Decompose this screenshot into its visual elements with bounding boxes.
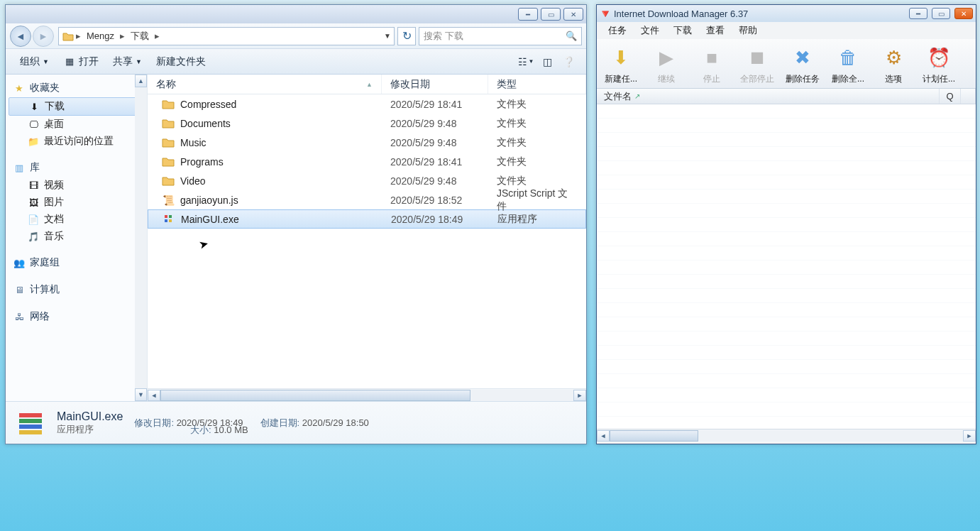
svg-rect-3 [169, 219, 172, 222]
file-date: 2020/5/29 18:41 [382, 156, 488, 168]
js-icon: 📜 [162, 194, 175, 207]
tool-icon: ▶ [652, 43, 681, 72]
file-name: Programs [180, 156, 224, 168]
menu-下载[interactable]: 下载 [666, 23, 699, 38]
toolbar-删除全...[interactable]: 🗑删除全... [825, 43, 871, 85]
file-name: MainGUI.exe [181, 214, 239, 225]
refresh-button[interactable]: ↻ [397, 27, 416, 45]
idm-close-button[interactable]: ✕ [954, 8, 973, 19]
tool-label: 计划任... [923, 73, 955, 85]
sidebar-item-label: 最近访问的位置 [44, 135, 114, 148]
network-icon: 🖧 [13, 311, 26, 322]
idm-minimize-button[interactable]: ━ [909, 8, 927, 19]
sidebar-libraries[interactable]: ▥库 [6, 158, 147, 177]
forward-button[interactable]: ► [33, 26, 54, 47]
sidebar-item-label: 音乐 [44, 230, 64, 243]
new-folder-button[interactable]: 新建文件夹 [149, 53, 213, 71]
sidebar-item-文档[interactable]: 📄文档 [6, 211, 147, 228]
idm-menubar: 任务文件下载查看帮助 [597, 22, 976, 39]
open-button[interactable]: ▦打开 [56, 53, 106, 71]
breadcrumb-seg[interactable]: Mengz [82, 31, 119, 41]
file-name: Music [180, 137, 207, 148]
toolbar-选项[interactable]: ⚙选项 [871, 43, 916, 85]
breadcrumb-seg[interactable]: 下载 [126, 30, 153, 43]
share-menu[interactable]: 共享▼ [106, 53, 149, 71]
menu-帮助[interactable]: 帮助 [732, 23, 764, 38]
tool-icon: ⏰ [925, 43, 953, 72]
breadcrumb[interactable]: ▸ Mengz ▸ 下载 ▸ ▼ [58, 27, 395, 45]
recent-icon: 📁 [27, 136, 40, 147]
search-icon: 🔍 [566, 31, 577, 41]
sidebar-item-下载[interactable]: ⬇下载 [9, 97, 144, 116]
help-button[interactable]: ❔ [559, 53, 578, 70]
file-row[interactable]: Compressed 2020/5/29 18:41 文件夹 [148, 94, 586, 114]
idm-maximize-button[interactable]: ▭ [932, 8, 950, 19]
file-row[interactable]: Documents 2020/5/29 9:48 文件夹 [148, 114, 586, 133]
explorer-navbar: ◄ ► ▸ Mengz ▸ 下载 ▸ ▼ ↻ 搜索 下载 🔍 [6, 23, 586, 49]
idm-hscroll[interactable]: ◄ ► [597, 429, 976, 442]
desktop-icon: 🖵 [27, 119, 40, 130]
sidebar-item-视频[interactable]: 🎞视频 [6, 177, 147, 194]
idm-col-filename[interactable]: 文件名↗ [597, 89, 940, 104]
minimize-button[interactable]: ━ [518, 8, 538, 21]
tool-icon: ⏹ [743, 43, 771, 72]
explorer-titlebar: ━ ▭ ✕ [6, 5, 586, 23]
file-type: 应用程序 [489, 213, 585, 226]
tool-label: 停止 [703, 73, 720, 85]
col-name[interactable]: 名称▲ [148, 75, 382, 94]
organize-menu[interactable]: 组织▼ [13, 53, 56, 71]
file-row[interactable]: 📜ganjiaoyun.js 2020/5/29 18:52 JScript S… [148, 190, 586, 209]
app-icon [16, 408, 45, 438]
sidebar-homegroup[interactable]: 👥家庭组 [6, 253, 147, 272]
tool-label: 删除任务 [786, 73, 820, 85]
file-row[interactable]: Music 2020/5/29 9:48 文件夹 [148, 133, 586, 152]
sidebar-item-最近访问的位置[interactable]: 📁最近访问的位置 [6, 133, 147, 150]
preview-pane-button[interactable]: ◫ [538, 53, 556, 70]
toolbar-停止[interactable]: ■停止 [689, 43, 734, 85]
file-date: 2020/5/29 9:48 [382, 137, 488, 148]
toolbar-全部停止[interactable]: ⏹全部停止 [734, 43, 780, 85]
search-placeholder: 搜索 下载 [424, 30, 463, 43]
sidebar-favorites[interactable]: ★收藏夹 [6, 79, 147, 97]
toolbar-继续[interactable]: ▶继续 [644, 43, 689, 85]
svg-rect-7 [19, 430, 42, 434]
menu-查看[interactable]: 查看 [699, 23, 732, 38]
search-input[interactable]: 搜索 下载 🔍 [419, 27, 582, 45]
file-type: 文件夹 [488, 136, 586, 149]
sidebar-scrollbar[interactable]: ▲▼ [135, 75, 147, 401]
sidebar-network[interactable]: 🖧网络 [6, 307, 147, 326]
details-name: MainGUI.exe [57, 410, 123, 423]
col-type[interactable]: 类型 [488, 75, 586, 94]
idm-window: 🔻 Internet Download Manager 6.37 ━ ▭ ✕ 任… [596, 4, 976, 444]
col-date[interactable]: 修改日期 [382, 75, 488, 94]
svg-rect-2 [165, 219, 167, 222]
view-menu[interactable]: ☷▼ [517, 53, 535, 70]
file-row[interactable]: MainGUI.exe 2020/5/29 18:49 应用程序 [148, 209, 586, 229]
idm-download-list[interactable] [597, 104, 976, 429]
sidebar-item-label: 文档 [44, 213, 64, 226]
tool-label: 删除全... [832, 73, 864, 85]
menu-任务[interactable]: 任务 [601, 23, 634, 38]
close-button[interactable]: ✕ [563, 8, 583, 21]
sidebar-item-图片[interactable]: 🖼图片 [6, 194, 147, 211]
svg-rect-6 [19, 425, 42, 429]
file-list: 名称▲ 修改日期 类型 Compressed 2020/5/29 18:41 文… [148, 75, 586, 401]
sidebar-item-桌面[interactable]: 🖵桌面 [6, 116, 147, 133]
sidebar-computer[interactable]: 🖥计算机 [6, 280, 147, 299]
folder-icon [162, 136, 175, 149]
idm-col-q[interactable]: Q [940, 89, 961, 104]
sidebar-item-音乐[interactable]: 🎵音乐 [6, 228, 147, 245]
explorer-toolbar: 组织▼ ▦打开 共享▼ 新建文件夹 ☷▼ ◫ ❔ [6, 49, 586, 75]
details-created-value: 2020/5/29 18:50 [302, 417, 369, 428]
menu-文件[interactable]: 文件 [634, 23, 666, 38]
file-type: 文件夹 [488, 175, 586, 187]
toolbar-计划任...[interactable]: ⏰计划任... [916, 43, 962, 85]
toolbar-新建任...[interactable]: ⬇新建任... [598, 43, 644, 85]
maximize-button[interactable]: ▭ [541, 8, 561, 21]
file-type: JScript Script 文件 [488, 187, 586, 213]
file-list-hscroll[interactable]: ◄ ► [148, 388, 586, 401]
file-date: 2020/5/29 18:49 [382, 214, 489, 225]
toolbar-删除任务[interactable]: ✖删除任务 [780, 43, 825, 85]
back-button[interactable]: ◄ [10, 26, 31, 47]
file-row[interactable]: Programs 2020/5/29 18:41 文件夹 [148, 152, 586, 171]
